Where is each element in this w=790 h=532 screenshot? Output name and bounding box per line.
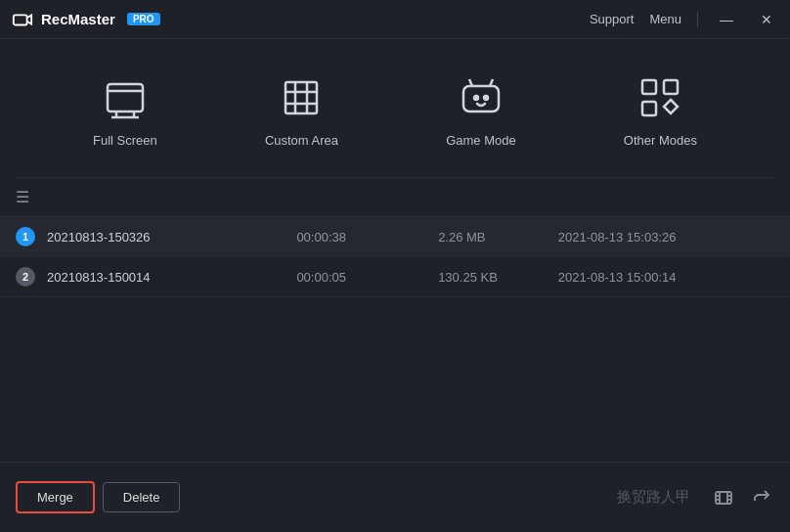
minimize-button[interactable]: —: [714, 10, 739, 29]
row-filename-2: 20210813-150014: [47, 270, 285, 285]
other-modes-label: Other Modes: [624, 133, 697, 148]
custom-area-label: Custom Area: [265, 133, 338, 148]
svg-rect-16: [642, 80, 656, 94]
row-date-1: 2021-08-13 15:03:26: [558, 230, 774, 244]
bottom-bar: Merge Delete 换贸路人甲: [0, 462, 790, 532]
svg-rect-1: [108, 84, 143, 111]
svg-rect-0: [14, 15, 27, 24]
app-logo: RecMaster PRO: [12, 9, 160, 30]
recording-row[interactable]: 1 20210813-150326 00:00:38 2.26 MB 2021-…: [0, 217, 790, 257]
custom-area-icon: [276, 72, 327, 123]
row-badge-1: 1: [16, 227, 35, 246]
watermark-text: 换贸路人甲: [617, 488, 690, 507]
share-icon-button[interactable]: [747, 484, 774, 511]
game-mode-icon: [456, 72, 506, 123]
empty-space: [0, 297, 790, 356]
row-duration-2: 00:00:05: [296, 270, 426, 285]
title-bar-divider: [697, 12, 698, 27]
mode-selection-area: Full Screen Custom Area: [0, 39, 790, 177]
app-name: RecMaster: [41, 11, 115, 27]
svg-rect-17: [664, 80, 678, 94]
full-screen-label: Full Screen: [93, 133, 157, 148]
game-mode-label: Game Mode: [446, 133, 516, 148]
row-size-2: 130.25 KB: [438, 270, 547, 285]
recordings-list: 1 20210813-150326 00:00:38 2.26 MB 2021-…: [0, 217, 790, 297]
mode-game[interactable]: Game Mode: [426, 63, 536, 157]
delete-button[interactable]: Delete: [103, 482, 181, 512]
pro-badge: PRO: [127, 13, 160, 25]
mode-other[interactable]: Other Modes: [604, 63, 717, 157]
row-date-2: 2021-08-13 15:00:14: [558, 270, 774, 285]
film-icon-button[interactable]: [710, 484, 737, 511]
svg-rect-6: [285, 82, 317, 113]
title-bar-actions: Support Menu — ✕: [590, 10, 778, 29]
svg-point-14: [474, 96, 478, 100]
svg-point-15: [484, 96, 488, 100]
row-duration-1: 00:00:38: [296, 230, 426, 244]
list-icon: ☰: [16, 188, 29, 206]
bottom-icons: [710, 484, 774, 511]
svg-rect-19: [716, 492, 731, 504]
row-badge-2: 2: [16, 267, 35, 287]
recording-row[interactable]: 2 20210813-150014 00:00:05 130.25 KB 202…: [0, 257, 790, 297]
svg-rect-18: [642, 102, 656, 115]
list-header: ☰: [0, 178, 790, 217]
support-link[interactable]: Support: [590, 12, 635, 26]
menu-link[interactable]: Menu: [649, 12, 681, 26]
title-bar: RecMaster PRO Support Menu — ✕: [0, 0, 790, 39]
full-screen-icon: [100, 72, 151, 123]
row-size-1: 2.26 MB: [438, 230, 547, 244]
app-logo-icon: [12, 9, 33, 30]
merge-button[interactable]: Merge: [16, 481, 95, 513]
svg-rect-11: [463, 86, 499, 111]
mode-custom-area[interactable]: Custom Area: [245, 63, 358, 157]
mode-full-screen[interactable]: Full Screen: [73, 63, 177, 157]
other-modes-icon: [635, 72, 685, 123]
close-button[interactable]: ✕: [755, 10, 778, 29]
row-filename-1: 20210813-150326: [47, 230, 285, 244]
